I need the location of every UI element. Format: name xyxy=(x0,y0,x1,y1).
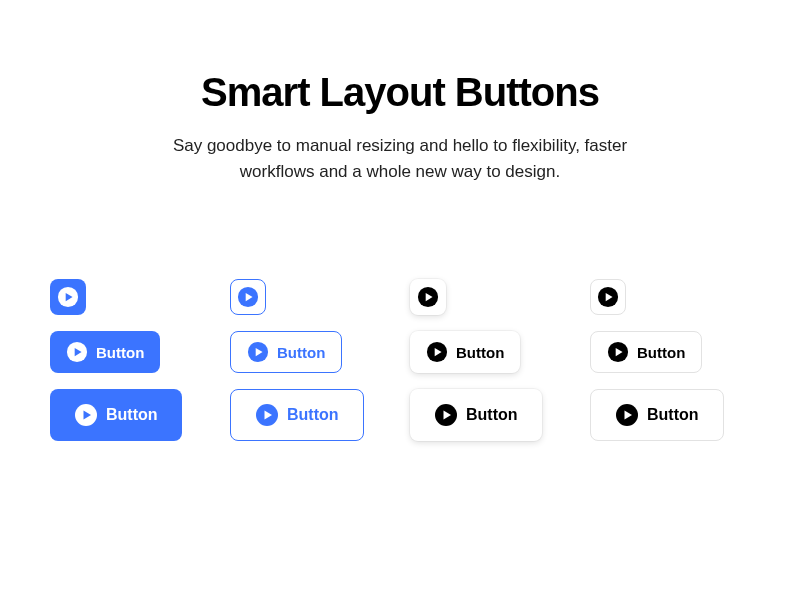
button-filled-blue-medium[interactable]: Button xyxy=(50,331,160,373)
play-icon xyxy=(597,286,619,308)
button-filled-blue-large[interactable]: Button xyxy=(50,389,182,441)
play-icon xyxy=(247,341,269,363)
button-label: Button xyxy=(287,406,339,424)
play-icon xyxy=(66,341,88,363)
play-icon xyxy=(237,286,259,308)
button-label: Button xyxy=(637,344,685,361)
button-label: Button xyxy=(466,406,518,424)
button-shadow-black-small[interactable] xyxy=(410,279,446,315)
column-outline-gray: Button Button xyxy=(590,279,750,441)
button-shadow-black-large[interactable]: Button xyxy=(410,389,542,441)
play-icon xyxy=(607,341,629,363)
button-label: Button xyxy=(106,406,158,424)
play-icon xyxy=(74,403,98,427)
play-icon xyxy=(426,341,448,363)
play-icon xyxy=(57,286,79,308)
button-label: Button xyxy=(96,344,144,361)
page-title: Smart Layout Buttons xyxy=(201,70,599,115)
play-icon xyxy=(615,403,639,427)
button-label: Button xyxy=(647,406,699,424)
page-subtitle: Say goodbye to manual resizing and hello… xyxy=(140,133,660,184)
column-shadow-black: Button Button xyxy=(410,279,570,441)
button-outline-gray-large[interactable]: Button xyxy=(590,389,724,441)
button-outline-gray-small[interactable] xyxy=(590,279,626,315)
column-outline-blue: Button Button xyxy=(230,279,390,441)
play-icon xyxy=(417,286,439,308)
column-filled-blue: Button Button xyxy=(50,279,210,441)
button-filled-blue-small[interactable] xyxy=(50,279,86,315)
button-label: Button xyxy=(277,344,325,361)
button-label: Button xyxy=(456,344,504,361)
button-outline-blue-medium[interactable]: Button xyxy=(230,331,342,373)
button-outline-blue-large[interactable]: Button xyxy=(230,389,364,441)
play-icon xyxy=(434,403,458,427)
button-grid: Button Button Button xyxy=(50,279,750,441)
button-outline-blue-small[interactable] xyxy=(230,279,266,315)
play-icon xyxy=(255,403,279,427)
button-shadow-black-medium[interactable]: Button xyxy=(410,331,520,373)
button-outline-gray-medium[interactable]: Button xyxy=(590,331,702,373)
